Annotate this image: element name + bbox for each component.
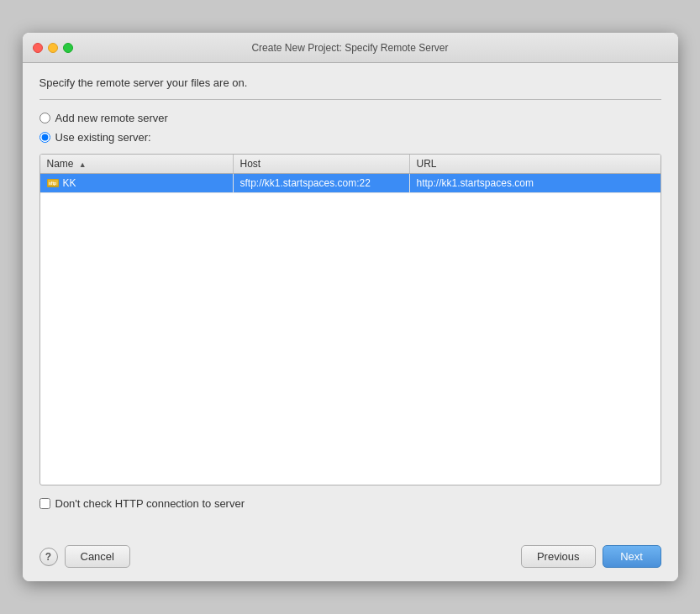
sftp-icon: sftp xyxy=(47,177,59,189)
divider xyxy=(39,99,661,100)
table-cell-host: sftp://kk1.startspaces.com:22 xyxy=(234,174,410,192)
maximize-button[interactable] xyxy=(63,43,73,53)
radio-add-new-label: Add new remote server xyxy=(55,112,168,124)
radio-use-existing-label: Use existing server: xyxy=(55,131,151,144)
bottom-right: Previous Next xyxy=(521,545,661,568)
cancel-button[interactable]: Cancel xyxy=(65,545,130,568)
table-header: Name ▲ Host URL xyxy=(40,155,661,174)
svg-text:sftp: sftp xyxy=(49,181,56,186)
window-title: Create New Project: Specify Remote Serve… xyxy=(251,42,448,54)
bottom-left: ? Cancel xyxy=(39,545,130,568)
next-button[interactable]: Next xyxy=(603,545,661,568)
title-bar: Create New Project: Specify Remote Serve… xyxy=(23,33,678,63)
radio-group: Add new remote server Use existing serve… xyxy=(39,112,661,144)
close-button[interactable] xyxy=(33,43,43,53)
http-check-checkbox[interactable] xyxy=(39,498,50,509)
table-body: sftp KK sftp://kk1.startspaces.com:22 ht… xyxy=(40,174,661,485)
table-header-url[interactable]: URL xyxy=(410,155,661,173)
previous-button[interactable]: Previous xyxy=(521,545,596,568)
bottom-bar: ? Cancel Previous Next xyxy=(23,537,678,581)
table-header-name[interactable]: Name ▲ xyxy=(40,155,234,173)
table-cell-name: sftp KK xyxy=(40,174,234,192)
server-table-container: Name ▲ Host URL sftp KK xyxy=(39,154,661,485)
table-row[interactable]: sftp KK sftp://kk1.startspaces.com:22 ht… xyxy=(40,174,661,193)
radio-use-existing-input[interactable] xyxy=(39,132,50,143)
main-window: Create New Project: Specify Remote Serve… xyxy=(23,33,678,581)
table-header-host[interactable]: Host xyxy=(234,155,410,173)
help-button[interactable]: ? xyxy=(39,548,58,566)
http-check-row: Don't check HTTP connection to server xyxy=(39,497,661,510)
traffic-lights xyxy=(33,43,73,53)
http-check-label[interactable]: Don't check HTTP connection to server xyxy=(55,497,245,510)
radio-add-new-input[interactable] xyxy=(39,113,50,123)
radio-use-existing[interactable]: Use existing server: xyxy=(39,131,661,144)
minimize-button[interactable] xyxy=(48,43,58,53)
table-cell-url: http://kk1.startspaces.com xyxy=(410,174,661,192)
sort-arrow-icon: ▲ xyxy=(79,160,87,169)
window-content: Specify the remote server your files are… xyxy=(23,63,678,537)
radio-add-new[interactable]: Add new remote server xyxy=(39,112,661,124)
description-text: Specify the remote server your files are… xyxy=(39,76,661,89)
